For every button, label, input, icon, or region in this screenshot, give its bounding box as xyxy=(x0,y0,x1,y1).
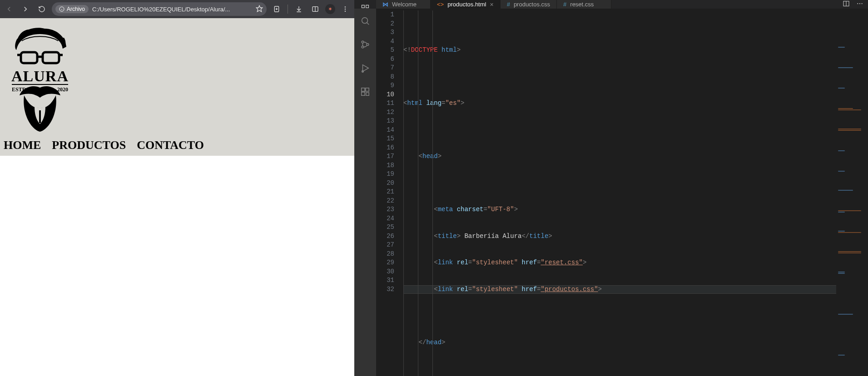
search-icon[interactable] xyxy=(354,14,376,28)
svg-line-26 xyxy=(367,23,369,25)
svg-point-9 xyxy=(345,10,346,11)
menu-icon[interactable] xyxy=(339,3,352,15)
svg-rect-16 xyxy=(362,5,365,8)
activity-bar xyxy=(354,9,376,376)
more-icon[interactable] xyxy=(856,0,863,9)
tab-label: Welcome xyxy=(392,1,417,8)
tab-label: productos.css xyxy=(514,1,550,8)
svg-point-29 xyxy=(367,44,369,46)
tab-label: productos.html xyxy=(447,1,486,8)
star-icon[interactable] xyxy=(256,5,263,14)
svg-rect-32 xyxy=(362,88,365,91)
toolbar-separator xyxy=(288,5,288,14)
logo: ALURA ESTD 2020 xyxy=(0,25,354,134)
logo-year: 2020 xyxy=(57,86,68,93)
svg-marker-3 xyxy=(256,5,262,11)
close-icon[interactable]: × xyxy=(490,1,493,8)
tab-reset-css[interactable]: # reset.css xyxy=(557,0,611,9)
svg-point-23 xyxy=(859,3,860,4)
download-icon[interactable] xyxy=(293,3,305,15)
code-editor[interactable]: <!DOCTYPE html> <html lang="es"> <head> … xyxy=(400,9,868,376)
svg-point-27 xyxy=(362,41,364,43)
svg-point-22 xyxy=(857,3,858,4)
svg-point-24 xyxy=(862,3,863,4)
split-editor-icon[interactable] xyxy=(843,0,850,9)
minimap[interactable] xyxy=(836,9,868,376)
extension-icon[interactable]: ✶ xyxy=(325,4,335,14)
nav-home[interactable]: HOME xyxy=(4,139,41,152)
tab-welcome[interactable]: ⋈ Welcome xyxy=(376,0,431,9)
svg-point-8 xyxy=(345,9,346,10)
tab-actions xyxy=(838,0,868,9)
extensions-icon[interactable] xyxy=(354,85,376,99)
sidebar-icon[interactable] xyxy=(309,3,322,15)
css-icon: # xyxy=(563,1,566,8)
browser-toolbar: Archivo C:/Users/ROGELIO%20EZEQUIEL/Desk… xyxy=(0,0,354,18)
page-header: ALURA ESTD 2020 HOME PRODUCTOS CONTACTO xyxy=(0,18,354,156)
browser-window: Archivo C:/Users/ROGELIO%20EZEQUIEL/Desk… xyxy=(0,0,354,376)
run-debug-icon[interactable] xyxy=(354,61,376,75)
svg-rect-35 xyxy=(366,93,369,95)
install-icon[interactable] xyxy=(270,3,283,15)
editor-area: 123 456 789 10 111213 141516 171819 2021… xyxy=(354,9,868,376)
source-control-icon[interactable] xyxy=(354,38,376,51)
address-bar[interactable]: Archivo C:/Users/ROGELIO%20EZEQUIEL/Desk… xyxy=(52,2,267,16)
svg-rect-33 xyxy=(366,88,369,91)
css-icon: # xyxy=(507,1,510,8)
svg-rect-34 xyxy=(362,92,365,95)
back-button[interactable] xyxy=(3,3,15,15)
reload-button[interactable] xyxy=(35,3,48,15)
svg-rect-10 xyxy=(21,52,37,63)
nav-contacto[interactable]: CONTACTO xyxy=(137,139,204,152)
vscode-icon: ⋈ xyxy=(382,1,388,8)
nav-productos[interactable]: PRODUCTOS xyxy=(52,139,126,152)
tab-label: reset.css xyxy=(570,1,594,8)
svg-point-28 xyxy=(362,46,364,48)
svg-marker-30 xyxy=(363,65,369,72)
svg-point-7 xyxy=(345,6,346,7)
svg-point-25 xyxy=(362,18,368,24)
vscode-window: ⋈ Welcome <> productos.html × # producto… xyxy=(354,0,868,376)
page-nav: HOME PRODUCTOS CONTACTO xyxy=(0,134,354,156)
editor-tabs: ⋈ Welcome <> productos.html × # producto… xyxy=(354,0,868,9)
alura-logo-icon: ALURA ESTD 2020 xyxy=(8,25,72,134)
tab-productos-css[interactable]: # productos.css xyxy=(501,0,557,9)
svg-rect-11 xyxy=(43,52,59,63)
tab-productos-html[interactable]: <> productos.html × xyxy=(431,0,501,9)
page-content: ALURA ESTD 2020 HOME PRODUCTOS CONTACTO xyxy=(0,18,354,376)
forward-button[interactable] xyxy=(19,3,32,15)
file-origin-pill: Archivo xyxy=(55,5,89,13)
svg-rect-17 xyxy=(366,5,369,8)
line-numbers: 123 456 789 10 111213 141516 171819 2021… xyxy=(376,9,400,376)
logo-main-text: ALURA xyxy=(11,68,69,84)
url-text: C:/Users/ROGELIO%20EZEQUIEL/Desktop/Alur… xyxy=(92,6,230,13)
file-origin-label: Archivo xyxy=(67,6,85,12)
html-icon: <> xyxy=(437,1,444,8)
info-icon xyxy=(59,6,64,12)
